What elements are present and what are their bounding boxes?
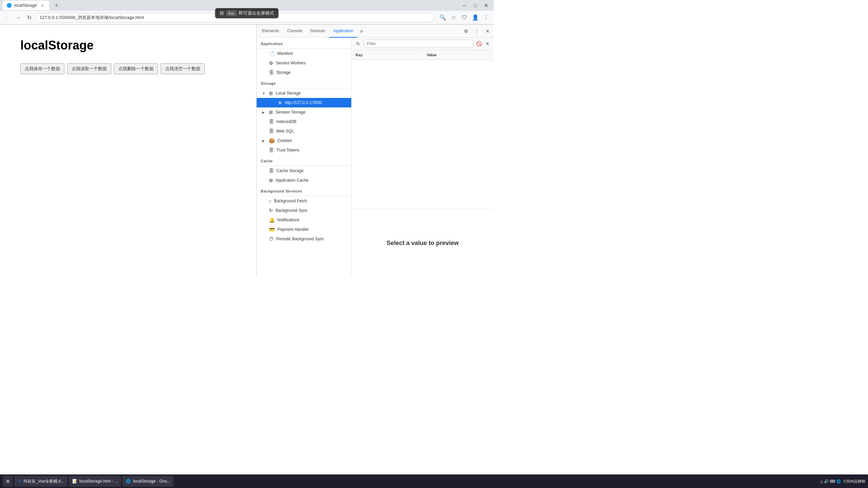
tab-favicon: 🌐 — [7, 3, 12, 8]
sidebar-item-cookies[interactable]: ▶ 🍪 Cookies — [257, 136, 351, 145]
sidebar-item-bg-sync[interactable]: ↻ Background Sync — [257, 206, 351, 215]
maximize-button[interactable]: □ — [471, 1, 480, 10]
manifest-label: Manifest — [277, 51, 293, 56]
wsql-label: Web SQL — [276, 129, 294, 134]
ck-arrow: ▶ — [262, 139, 266, 143]
bs-label: Background Sync — [276, 208, 308, 213]
sidebar-item-bg-fetch[interactable]: ↕ Background Fetch — [257, 196, 351, 206]
ls-icon: ⊞ — [269, 90, 273, 96]
sidebar-item-manifest[interactable]: 📄 Manifest — [257, 49, 351, 58]
storage-icon: 🗄 — [269, 70, 274, 75]
forward-button[interactable]: → — [14, 13, 23, 22]
bs-icon: ↻ — [269, 208, 273, 213]
shield-icon[interactable]: 🛡 — [460, 13, 469, 22]
page-content: localStorage 点我保存一个数据 点我读取一个数据 点我删除一个数据 … — [0, 25, 256, 277]
ph-label: Payment Handler — [277, 227, 309, 232]
tab-title: localStorage — [14, 3, 37, 8]
tt-label: Trust Tokens — [276, 148, 299, 152]
notif-label: Notifications — [277, 218, 299, 222]
tab-close-button[interactable]: ✕ — [40, 3, 45, 8]
bf-icon: ↕ — [269, 198, 271, 204]
clear-button[interactable]: 点我清空一个数据 — [161, 63, 205, 74]
sidebar-item-periodic-bg-sync[interactable]: ⏱ Periodic Background Sync — [257, 234, 351, 244]
value-column-header: Value — [423, 52, 494, 58]
lh-label: http://127.0.0.1:5500 — [284, 100, 322, 105]
sidebar-item-localhost[interactable]: ⊞ http://127.0.0.1:5500 — [257, 98, 351, 107]
profile-icon[interactable]: 👤 — [471, 13, 480, 22]
sidebar-item-indexeddb[interactable]: 🗄 IndexedDB — [257, 117, 351, 126]
bf-label: Background Fetch — [274, 199, 307, 203]
idb-label: IndexedDB — [276, 119, 296, 124]
ss-arrow: ▶ — [262, 110, 266, 114]
minimize-button[interactable]: ─ — [460, 1, 469, 10]
sidebar-item-app-cache[interactable]: ⊞ Application Cache — [257, 176, 351, 185]
close-button[interactable]: ✕ — [481, 1, 491, 10]
sidebar-item-payment-handler[interactable]: 💳 Payment Handler — [257, 225, 351, 234]
delete-button[interactable]: 点我删除一个数据 — [114, 63, 158, 74]
sw-icon: ⚙ — [269, 60, 273, 66]
tab-elements[interactable]: Elements — [258, 25, 283, 38]
tab-sources[interactable]: Sources — [306, 25, 329, 38]
esc-key: Esc — [226, 11, 236, 16]
bookmark-icon[interactable]: ☆ — [449, 13, 458, 22]
refresh-button[interactable]: ↻ — [24, 13, 34, 22]
devtools-main: ↻ 🚫 ✕ Key Value Select a value to previe… — [352, 38, 494, 277]
cs-label: Cache Storage — [276, 168, 303, 173]
window-controls: ─ □ ✕ — [460, 1, 491, 10]
filter-input[interactable] — [364, 40, 473, 48]
section-storage: Storage — [257, 79, 351, 88]
wsql-icon: 🗄 — [269, 128, 274, 134]
new-tab-button[interactable]: + — [52, 1, 61, 10]
section-bg-services: Background Services — [257, 186, 351, 196]
devtools-close-icon[interactable]: ✕ — [483, 26, 492, 36]
close-filter-button[interactable]: ✕ — [484, 40, 491, 47]
ck-icon: 🍪 — [269, 138, 275, 143]
table-header: Key Value — [352, 50, 494, 60]
tab-application[interactable]: Application — [329, 25, 357, 38]
more-icon[interactable]: ⋮ — [481, 13, 491, 22]
sidebar-item-storage[interactable]: 🗄 Storage — [257, 68, 351, 77]
ck-label: Cookies — [277, 138, 292, 143]
ss-label: Session Storage — [276, 110, 305, 115]
devtools-settings-icon[interactable]: ⚙ — [461, 26, 471, 36]
page-title: localStorage — [20, 38, 236, 53]
devtools-tabs: Elements Console Sources Application » ⚙… — [257, 25, 494, 38]
search-icon[interactable]: 🔍 — [438, 13, 448, 22]
browser-tab[interactable]: 🌐 localStorage ✕ — [3, 1, 49, 10]
toolbar-refresh-button[interactable]: ↻ — [354, 40, 362, 47]
ac-icon: ⊞ — [269, 178, 273, 183]
sidebar-item-service-workers[interactable]: ⚙ Service Workers — [257, 58, 351, 68]
pbs-label: Periodic Background Sync — [276, 237, 324, 241]
sidebar-item-cache-storage[interactable]: 🗄 Cache Storage — [257, 166, 351, 176]
hint-text1: 按 — [220, 10, 224, 16]
devtools-menu-icon[interactable]: ⋮ — [472, 26, 481, 36]
preview-section: Select a value to preview — [352, 209, 494, 277]
buttons-row: 点我保存一个数据 点我读取一个数据 点我删除一个数据 点我清空一个数据 — [20, 63, 236, 74]
clear-filter-button[interactable]: 🚫 — [475, 40, 482, 47]
ph-icon: 💳 — [269, 227, 275, 232]
tab-console[interactable]: Console — [283, 25, 306, 38]
devtools-sidebar: Application 📄 Manifest ⚙ Service Workers… — [257, 38, 352, 277]
section-application: Application — [257, 39, 351, 49]
sidebar-item-trust-tokens[interactable]: 🗄 Trust Tokens — [257, 145, 351, 155]
tt-icon: 🗄 — [269, 147, 274, 153]
sidebar-item-notifications[interactable]: 🔔 Notifications — [257, 215, 351, 225]
lh-icon: ⊞ — [278, 100, 282, 105]
sidebar-item-local-storage[interactable]: ▼ ⊞ Local Storage — [257, 88, 351, 98]
sidebar-item-session-storage[interactable]: ▶ ⊞ Session Storage — [257, 107, 351, 117]
notif-icon: 🔔 — [269, 217, 275, 223]
address-text: 127.0.0.1:5500/08_浏览器本地存储/localStorage.h… — [40, 15, 144, 21]
read-button[interactable]: 点我读取一个数据 — [67, 63, 111, 74]
ac-label: Application Cache — [276, 178, 309, 183]
browser-nav-icons: 🔍 ☆ 🛡 👤 ⋮ — [438, 13, 491, 22]
back-button[interactable]: ← — [3, 13, 12, 22]
save-button[interactable]: 点我保存一个数据 — [20, 63, 64, 74]
main-area: localStorage 点我保存一个数据 点我读取一个数据 点我删除一个数据 … — [0, 25, 494, 277]
pbs-icon: ⏱ — [269, 236, 274, 242]
hint-text2: 即可退出全屏模式 — [239, 10, 274, 16]
sidebar-item-websql[interactable]: 🗄 Web SQL — [257, 126, 351, 136]
more-tabs-button[interactable]: » — [357, 25, 366, 38]
ls-arrow: ▼ — [262, 92, 266, 95]
section-cache: Cache — [257, 156, 351, 166]
devtools-tab-icons: ⚙ ⋮ ✕ — [461, 26, 492, 36]
